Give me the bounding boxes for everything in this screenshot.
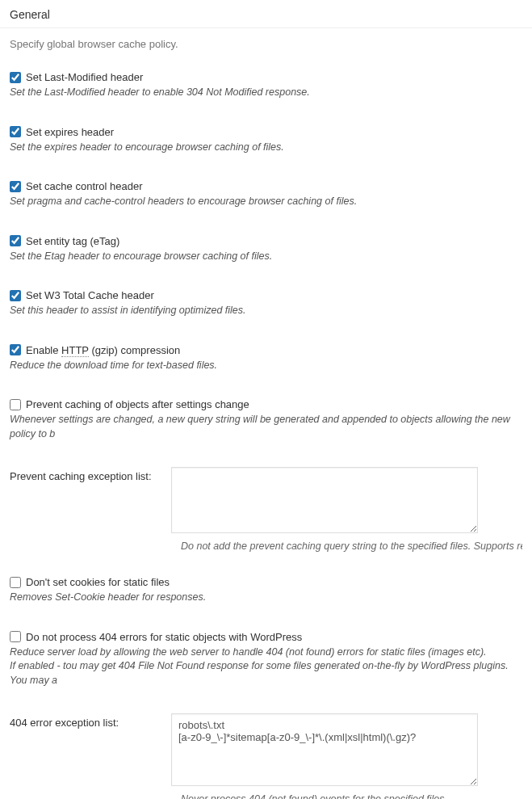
expires-desc: Set the expires header to encourage brow… bbox=[10, 141, 522, 155]
prevent-caching-label: Prevent caching of objects after setting… bbox=[26, 398, 249, 410]
gzip-label-post: (gzip) compression bbox=[89, 344, 180, 356]
prevent-list-textarea[interactable] bbox=[171, 467, 478, 533]
last-modified-checkbox[interactable] bbox=[10, 72, 21, 83]
option-etag: Set entity tag (eTag) Set the Etag heade… bbox=[0, 235, 532, 264]
error-list-label: 404 error exception list: bbox=[10, 713, 155, 729]
last-modified-label: Set Last-Modified header bbox=[26, 71, 143, 83]
no-404-checkbox[interactable] bbox=[10, 631, 21, 642]
cache-control-desc: Set pragma and cache-control headers to … bbox=[10, 195, 522, 209]
etag-desc: Set the Etag header to encourage browser… bbox=[10, 250, 522, 264]
no-404-desc: Reduce server load by allowing the web s… bbox=[10, 646, 522, 688]
option-no-cookies: Don't set cookies for static files Remov… bbox=[0, 576, 532, 605]
prevent-list-hint: Do not add the prevent caching query str… bbox=[10, 540, 522, 552]
no-404-label: Do not process 404 errors for static obj… bbox=[26, 631, 302, 643]
option-last-modified: Set Last-Modified header Set the Last-Mo… bbox=[0, 71, 532, 100]
no-cookies-label: Don't set cookies for static files bbox=[26, 576, 170, 588]
prevent-list-row: Prevent caching exception list: bbox=[0, 467, 532, 536]
w3tc-label: Set W3 Total Cache header bbox=[26, 289, 154, 301]
gzip-desc: Reduce the download time for text-based … bbox=[10, 359, 522, 373]
expires-checkbox[interactable] bbox=[10, 126, 21, 137]
prevent-caching-row[interactable]: Prevent caching of objects after setting… bbox=[10, 398, 522, 410]
gzip-label-pre: Enable bbox=[26, 344, 61, 356]
cache-control-row[interactable]: Set cache control header bbox=[10, 180, 522, 192]
no-cookies-desc: Removes Set-Cookie header for responses. bbox=[10, 591, 522, 605]
gzip-row[interactable]: Enable HTTP (gzip) compression bbox=[10, 344, 522, 356]
w3tc-row[interactable]: Set W3 Total Cache header bbox=[10, 289, 522, 301]
section-subtitle: Specify global browser cache policy. bbox=[0, 38, 532, 57]
no-404-desc-line1: Reduce server load by allowing the web s… bbox=[10, 646, 487, 658]
option-gzip: Enable HTTP (gzip) compression Reduce th… bbox=[0, 344, 532, 373]
expires-row[interactable]: Set expires header bbox=[10, 126, 522, 138]
last-modified-desc: Set the Last-Modified header to enable 3… bbox=[10, 86, 522, 100]
cache-control-checkbox[interactable] bbox=[10, 181, 21, 192]
option-prevent-caching: Prevent caching of objects after setting… bbox=[0, 398, 532, 441]
prevent-caching-checkbox[interactable] bbox=[10, 399, 21, 410]
w3tc-desc: Set this header to assist in identifying… bbox=[10, 304, 522, 318]
no-404-desc-line2: If enabled - tou may get 404 File Not Fo… bbox=[10, 660, 509, 686]
gzip-label: Enable HTTP (gzip) compression bbox=[26, 344, 180, 356]
option-expires: Set expires header Set the expires heade… bbox=[0, 126, 532, 155]
no-cookies-row[interactable]: Don't set cookies for static files bbox=[10, 576, 522, 588]
section-header: General bbox=[0, 0, 532, 28]
cache-control-label: Set cache control header bbox=[26, 180, 143, 192]
option-cache-control: Set cache control header Set pragma and … bbox=[0, 180, 532, 209]
gzip-checkbox[interactable] bbox=[10, 344, 21, 355]
w3tc-checkbox[interactable] bbox=[10, 290, 21, 301]
prevent-caching-desc: Whenever settings are changed, a new que… bbox=[10, 413, 522, 441]
no-cookies-checkbox[interactable] bbox=[10, 577, 21, 588]
error-list-textarea[interactable] bbox=[171, 713, 478, 786]
error-list-row: 404 error exception list: bbox=[0, 713, 532, 788]
error-list-hint: Never process 404 (not found) events for… bbox=[10, 793, 522, 799]
etag-label: Set entity tag (eTag) bbox=[26, 235, 119, 247]
expires-label: Set expires header bbox=[26, 126, 114, 138]
section-title: General bbox=[10, 8, 522, 21]
etag-row[interactable]: Set entity tag (eTag) bbox=[10, 235, 522, 247]
option-no-404: Do not process 404 errors for static obj… bbox=[0, 631, 532, 688]
prevent-list-label: Prevent caching exception list: bbox=[10, 467, 155, 482]
etag-checkbox[interactable] bbox=[10, 235, 21, 246]
last-modified-row[interactable]: Set Last-Modified header bbox=[10, 71, 522, 83]
option-w3tc: Set W3 Total Cache header Set this heade… bbox=[0, 289, 532, 318]
http-abbr: HTTP bbox=[61, 344, 89, 357]
no-404-row[interactable]: Do not process 404 errors for static obj… bbox=[10, 631, 522, 643]
